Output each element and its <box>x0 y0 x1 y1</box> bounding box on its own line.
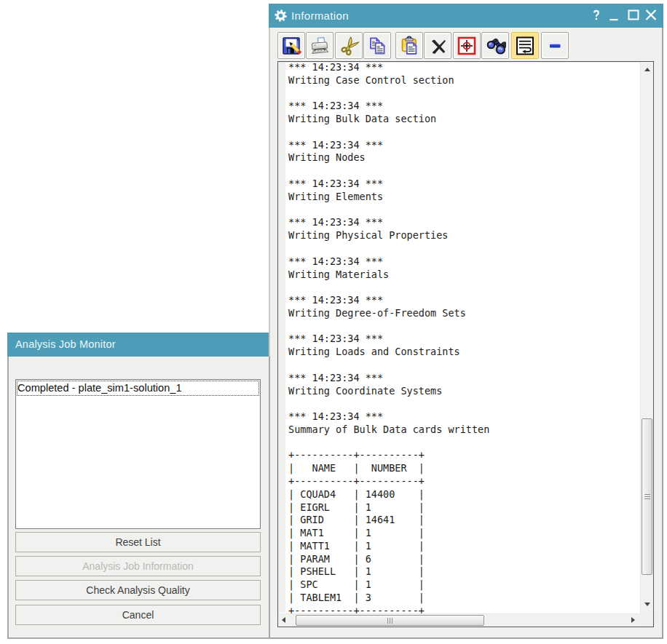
gear-icon <box>275 9 287 22</box>
vertical-scrollbar-thumb[interactable] <box>642 418 652 575</box>
wrap-icon <box>514 35 536 57</box>
save-icon <box>280 35 302 57</box>
minimize-icon[interactable] <box>608 9 620 21</box>
log-textarea[interactable]: *** 14:23:34 *** Writing Case Control se… <box>277 61 654 627</box>
analysis-job-monitor-window: Analysis Job Monitor Completed - plate_s… <box>7 333 270 639</box>
scrollbar-corner <box>639 613 653 627</box>
cut-icon <box>338 35 360 57</box>
thumb-grip <box>644 494 650 500</box>
find-in-point-button[interactable] <box>453 32 481 59</box>
close-icon[interactable] <box>645 9 657 21</box>
save-button[interactable] <box>277 32 305 59</box>
job-list-item[interactable]: Completed - plate_sim1-solution_1 <box>17 381 259 396</box>
monitor-titlebar[interactable]: Analysis Job Monitor <box>7 333 270 357</box>
paste-button[interactable] <box>395 32 423 59</box>
paste-icon <box>398 35 420 57</box>
find-button[interactable] <box>481 32 509 59</box>
cancel-button[interactable]: Cancel <box>15 605 261 625</box>
vertical-scrollbar[interactable] <box>640 62 653 613</box>
reset-list-button[interactable]: Reset List <box>15 532 261 552</box>
help-icon[interactable] <box>591 9 602 21</box>
copy-icon <box>366 35 388 57</box>
delete-icon <box>427 35 449 57</box>
analysis-job-information-button[interactable]: Analysis Job Information <box>15 556 261 576</box>
copy-button[interactable] <box>363 32 391 59</box>
scroll-right-arrow[interactable] <box>631 617 635 623</box>
information-titlebar[interactable]: Information <box>269 4 663 28</box>
word-wrap-button[interactable] <box>511 32 539 59</box>
collapse-button[interactable] <box>541 32 569 59</box>
target-icon <box>456 35 478 57</box>
log-text: *** 14:23:34 *** Writing Case Control se… <box>288 61 489 618</box>
delete-button[interactable] <box>424 32 451 59</box>
print-icon <box>309 35 331 57</box>
minus-icon <box>544 35 566 57</box>
horizontal-scrollbar-thumb[interactable] <box>296 615 484 626</box>
thumb-grip <box>387 618 393 624</box>
scroll-down-arrow[interactable] <box>644 603 650 606</box>
scroll-left-arrow[interactable] <box>282 617 285 623</box>
window-title: Information <box>291 4 349 28</box>
information-window: Information <box>269 4 663 639</box>
check-analysis-quality-button[interactable]: Check Analysis Quality <box>15 580 261 600</box>
maximize-icon[interactable] <box>628 9 639 21</box>
window-title: Analysis Job Monitor <box>15 333 116 357</box>
horizontal-scrollbar[interactable] <box>278 613 639 627</box>
job-list[interactable]: Completed - plate_sim1-solution_1 <box>15 379 261 529</box>
scroll-up-arrow[interactable] <box>644 68 650 71</box>
selection-margin <box>278 63 285 613</box>
cut-button[interactable] <box>335 32 363 59</box>
binoculars-icon <box>484 35 506 57</box>
print-button[interactable] <box>306 32 334 59</box>
